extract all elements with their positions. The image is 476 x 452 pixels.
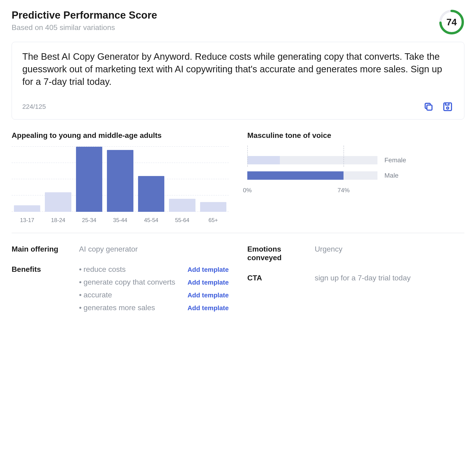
age-label: 55-64 [169, 217, 195, 223]
benefit-item: •generates more salesAdd template [79, 303, 229, 312]
tone-bar [247, 156, 377, 164]
main-offering-label: Main offering [12, 245, 70, 253]
age-bar [200, 202, 226, 212]
age-chart-title: Appealing to young and middle-age adults [12, 131, 229, 140]
add-template-link[interactable]: Add template [188, 266, 229, 273]
copy-icon[interactable] [423, 101, 435, 113]
svg-point-4 [446, 107, 449, 109]
tone-axis-max: 74% [337, 187, 350, 194]
age-bar [169, 199, 195, 212]
age-label: 13-17 [14, 217, 40, 223]
benefit-item: •generate copy that convertsAdd template [79, 278, 229, 286]
tone-axis-min: 0% [243, 187, 252, 194]
add-template-link[interactable]: Add template [188, 279, 229, 286]
age-label: 18-24 [45, 217, 71, 223]
emotions-label: Emotions conveyed [247, 245, 305, 262]
benefit-text: •reduce costs [79, 265, 126, 274]
age-bar [107, 150, 133, 212]
age-bar [45, 192, 71, 212]
tone-chart: Masculine tone of voice FemaleMale 0%74% [247, 131, 464, 223]
main-offering-value: AI copy generator [79, 245, 229, 253]
age-label: 35-44 [107, 217, 133, 223]
emotions-value: Urgency [315, 245, 464, 253]
tone-bar-label: Male [384, 172, 399, 179]
benefit-text: •accurate [79, 291, 112, 299]
age-label: 45-54 [138, 217, 164, 223]
tone-bar [247, 171, 377, 180]
save-icon[interactable] [442, 101, 454, 113]
svg-rect-2 [427, 105, 432, 110]
benefit-text: •generates more sales [79, 303, 155, 312]
page-title: Predictive Performance Score [12, 9, 157, 21]
age-label: 25-34 [76, 217, 102, 223]
age-bar [76, 147, 102, 212]
cta-value: sign up for a 7-day trial today [315, 274, 464, 282]
tone-bar-label: Female [384, 156, 406, 164]
age-bar [14, 205, 40, 212]
divider [12, 233, 464, 233]
age-chart: Appealing to young and middle-age adults… [12, 131, 229, 223]
benefit-item: •reduce costsAdd template [79, 265, 229, 274]
age-bar [138, 176, 164, 212]
copy-text[interactable]: The Best AI Copy Generator by Anyword. R… [22, 50, 454, 88]
copy-card: The Best AI Copy Generator by Anyword. R… [12, 42, 464, 120]
add-template-link[interactable]: Add template [188, 292, 229, 299]
tone-chart-title: Masculine tone of voice [247, 131, 464, 140]
benefits-label: Benefits [12, 265, 70, 274]
add-template-link[interactable]: Add template [188, 304, 229, 312]
score-ring: 74 [439, 9, 464, 35]
age-label: 65+ [200, 217, 226, 223]
page-subtitle: Based on 405 similar variations [12, 23, 157, 32]
cta-label: CTA [247, 274, 305, 282]
score-value: 74 [439, 9, 464, 35]
benefit-text: •generate copy that converts [79, 278, 175, 286]
benefit-item: •accurateAdd template [79, 291, 229, 299]
char-counter: 224/125 [22, 103, 46, 110]
